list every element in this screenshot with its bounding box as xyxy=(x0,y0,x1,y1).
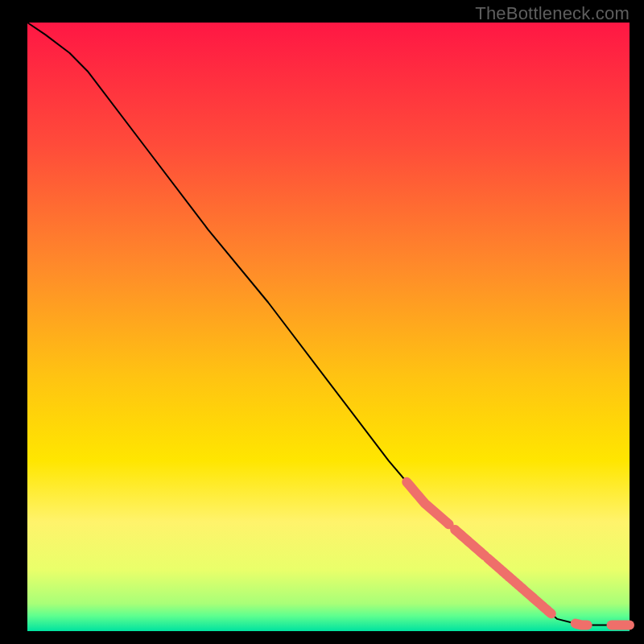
highlight-segment xyxy=(541,605,551,613)
watermark-text: TheBottleneck.com xyxy=(475,3,630,24)
chart-frame: TheBottleneck.com xyxy=(0,0,644,644)
highlight-segment xyxy=(576,624,588,625)
plot-background xyxy=(27,23,630,631)
chart-canvas xyxy=(0,0,644,644)
